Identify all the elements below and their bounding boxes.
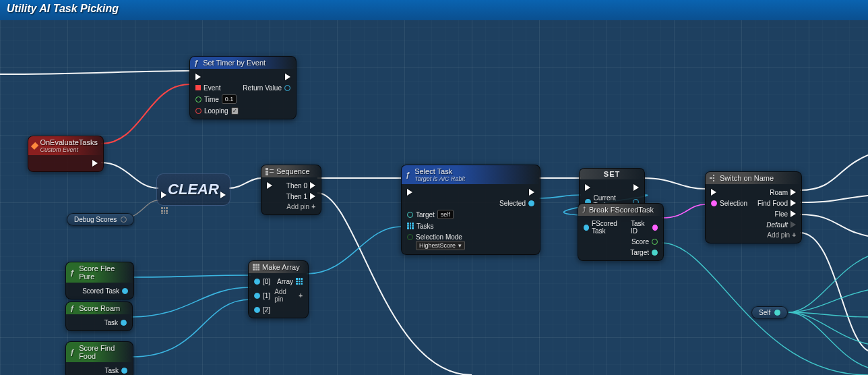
var-self[interactable]: Self [751,306,788,319]
target-input[interactable]: self [437,210,454,219]
array-icon [253,264,259,270]
node-sequence[interactable]: Sequence Then 0 Then 1 Add pin + [261,165,321,215]
node-score-flee[interactable]: Score Flee Pure Scored Task [65,262,134,299]
node-on-evaluate[interactable]: OnEvaluateTasksCustom Event [28,136,104,172]
add-pin-button[interactable]: Add pin + [706,230,801,240]
node-break-fscored[interactable]: ⤴Break FScoredTask FScored Task Task ID … [578,203,664,261]
event-icon [31,142,39,150]
add-pin-button[interactable]: Add pin + [261,202,321,212]
var-debug-scores[interactable]: Debug Scores [67,213,134,226]
node-header: Sequence [261,165,321,177]
node-score-find-food[interactable]: Score Find Food Task [65,341,133,375]
node-header: OnEvaluateTasksCustom Event [28,136,103,155]
chevron-down-icon: ▾ [458,242,462,249]
looping-checkbox[interactable]: ✓ [231,107,239,115]
node-set-timer[interactable]: Set Timer by Event Event Return Value Ti… [189,56,297,119]
node-header: Set Timer by Event [190,57,296,69]
selection-mode-dropdown[interactable]: HighestScore▾ [416,241,465,250]
sequence-icon [266,168,274,175]
time-input[interactable]: 0.1 [222,94,237,104]
add-pin-button[interactable]: Add pin + [274,288,303,303]
switch-icon [710,175,717,181]
node-switch-on-name[interactable]: Switch on Name Roam Selection Find Food … [705,171,802,243]
node-clear[interactable]: CLEAR [156,173,230,206]
node-score-roam[interactable]: Score Roam Task [65,301,133,331]
comment-title: Utility AI Task Picking [0,0,868,20]
node-select-task[interactable]: Select TaskTarget is AIC Rabit Selected … [401,165,540,255]
node-make-array[interactable]: Make Array [0] Array [1] Add pin + [2] [248,260,309,318]
